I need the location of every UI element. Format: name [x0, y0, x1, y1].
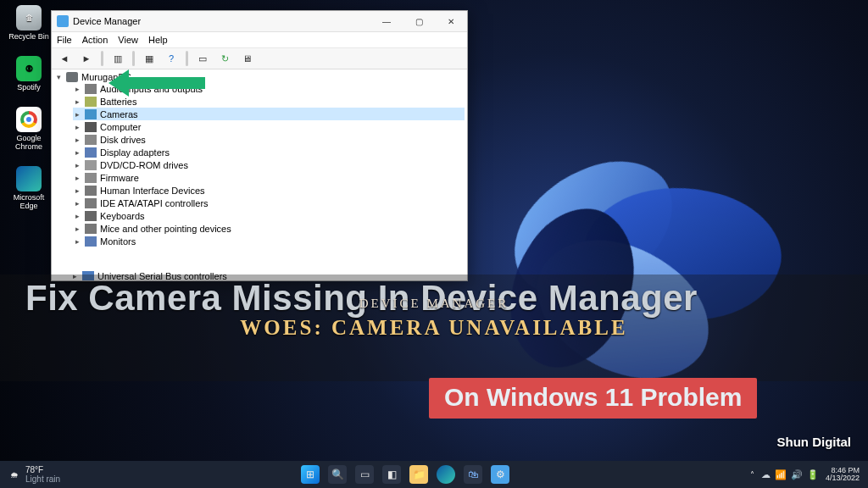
- taskbar-right: ˄ ☁ 📶 🔊 🔋 8:46 PM 4/13/2022: [750, 467, 868, 483]
- edge-button[interactable]: [437, 465, 455, 484]
- center-caption: DEVICE MANAGER WOES: CAMERA UNAVAILABLE: [0, 297, 868, 340]
- menu-view[interactable]: View: [118, 35, 138, 45]
- store-button[interactable]: 🛍: [464, 465, 482, 484]
- network-icon[interactable]: 📶: [775, 469, 787, 480]
- tree-item-mouse[interactable]: ▸Mice and other pointing devices: [73, 222, 465, 235]
- volume-icon[interactable]: 🔊: [791, 469, 803, 480]
- dvd-icon: [85, 160, 97, 170]
- widgets-button[interactable]: ◧: [382, 465, 401, 484]
- tree-item-fw[interactable]: ▸Firmware: [73, 171, 465, 184]
- tree-item-kb[interactable]: ▸Keyboards: [73, 209, 465, 222]
- tree-item-disk[interactable]: ▸Disk drives: [73, 133, 465, 146]
- expand-icon[interactable]: ▸: [73, 161, 81, 169]
- tree-item-comp[interactable]: ▸Computer: [73, 120, 465, 133]
- tree-item-bat[interactable]: ▸Batteries: [73, 95, 465, 108]
- caption-redbox: On Windows 11 Problem: [429, 378, 757, 419]
- nav-forward-button[interactable]: ►: [77, 50, 96, 67]
- disp-icon: [85, 147, 97, 158]
- tree-item-label: Audio inputs and outputs: [100, 84, 203, 94]
- menu-action[interactable]: Action: [82, 35, 108, 45]
- desktop-icon-chrome[interactable]: Google Chrome: [7, 107, 51, 151]
- expand-icon[interactable]: ▸: [73, 199, 81, 208]
- tree-item-label: Cameras: [100, 109, 138, 119]
- system-tray[interactable]: ☁ 📶 🔊 🔋: [761, 469, 819, 480]
- menubar: File Action View Help: [52, 32, 467, 48]
- expand-icon[interactable]: ▸: [73, 97, 81, 106]
- disk-icon: [85, 135, 97, 145]
- center-caption-line-1: DEVICE MANAGER: [0, 297, 868, 311]
- icon-label: Google Chrome: [7, 134, 51, 151]
- tree-item-cam[interactable]: ▸Cameras: [73, 108, 465, 120]
- desktop-icon-spotify[interactable]: ⦿ Spotify: [7, 56, 51, 92]
- expand-icon[interactable]: ▸: [73, 136, 81, 144]
- refresh-button[interactable]: ↻: [215, 50, 234, 67]
- menu-file[interactable]: File: [57, 35, 72, 45]
- tree-item-mon[interactable]: ▸Monitors: [73, 235, 465, 247]
- tree-item-disp[interactable]: ▸Display adapters: [73, 146, 465, 158]
- close-button[interactable]: ✕: [435, 11, 467, 31]
- tree-item-label: DVD/CD-ROM drives: [100, 160, 188, 170]
- chrome-icon: [16, 107, 42, 132]
- minimize-button[interactable]: —: [370, 11, 403, 31]
- tray-overflow-button[interactable]: ˄: [750, 470, 754, 480]
- tree-item-dvd[interactable]: ▸DVD/CD-ROM drives: [73, 158, 465, 171]
- maximize-button[interactable]: ▢: [403, 11, 435, 31]
- taskbar-weather[interactable]: 🌧 78°F Light rain: [0, 465, 60, 484]
- expand-icon[interactable]: ▸: [73, 110, 81, 119]
- tree-item-ide[interactable]: ▸IDE ATA/ATAPI controllers: [73, 197, 465, 209]
- expand-icon[interactable]: ▸: [73, 148, 81, 157]
- view-button[interactable]: 🖥: [237, 50, 256, 67]
- nav-back-button[interactable]: ◄: [55, 50, 74, 67]
- menu-help[interactable]: Help: [148, 35, 168, 45]
- clock[interactable]: 8:46 PM 4/13/2022: [826, 467, 860, 483]
- collapse-icon[interactable]: ▾: [54, 73, 63, 81]
- toolbar: ◄ ► ▥ ▦ ? ▭ ↻ 🖥: [52, 48, 467, 69]
- watermark: Shun Digital: [777, 435, 852, 449]
- app-icon: [57, 15, 69, 27]
- comp-icon: [85, 122, 97, 132]
- file-explorer-button[interactable]: 📁: [409, 465, 428, 484]
- task-view-button[interactable]: ▭: [355, 465, 374, 484]
- tree-item-label: Mice and other pointing devices: [100, 224, 231, 234]
- audio-icon: [85, 84, 97, 94]
- properties-button[interactable]: ▦: [140, 50, 159, 67]
- weather-temp: 78°F: [25, 465, 60, 474]
- expand-icon[interactable]: ▸: [73, 174, 81, 182]
- weather-icon: 🌧: [8, 470, 20, 480]
- show-hide-tree-button[interactable]: ▥: [108, 50, 127, 67]
- mon-icon: [85, 236, 97, 247]
- expand-icon[interactable]: ▸: [73, 237, 81, 246]
- search-button[interactable]: 🔍: [328, 465, 347, 484]
- battery-icon[interactable]: 🔋: [807, 469, 819, 480]
- desktop: 🗑 Recycle Bin ⦿ Spotify Google Chrome Mi…: [0, 0, 868, 488]
- start-button[interactable]: ⊞: [301, 465, 320, 484]
- kb-icon: [85, 211, 97, 221]
- tree-item-label: Batteries: [100, 97, 136, 107]
- tree-item-hid[interactable]: ▸Human Interface Devices: [73, 184, 465, 197]
- expand-icon[interactable]: ▸: [73, 85, 81, 93]
- tree-item-label: Monitors: [100, 236, 136, 247]
- expand-icon[interactable]: ▸: [73, 186, 81, 195]
- expand-icon[interactable]: ▸: [73, 123, 81, 131]
- icon-label: Recycle Bin: [8, 32, 49, 41]
- toolbar-separator: [132, 51, 135, 66]
- tree-root-label: MuruganPC: [81, 72, 131, 82]
- desktop-icon-recycle-bin[interactable]: 🗑 Recycle Bin: [7, 5, 51, 41]
- help-button[interactable]: ?: [162, 50, 181, 67]
- onedrive-icon[interactable]: ☁: [761, 469, 771, 480]
- window-title: Device Manager: [73, 16, 370, 26]
- device-tree[interactable]: ▾ MuruganPC ▸Audio inputs and outputs▸Ba…: [52, 69, 467, 280]
- edge-icon: [16, 166, 42, 191]
- scan-hardware-button[interactable]: ▭: [193, 50, 212, 67]
- tree-item-label: Display adapters: [100, 147, 170, 158]
- expand-icon[interactable]: ▸: [73, 225, 81, 233]
- desktop-icon-edge[interactable]: Microsoft Edge: [7, 166, 51, 210]
- fw-icon: [85, 173, 97, 183]
- expand-icon[interactable]: ▸: [73, 212, 81, 220]
- icon-label: Spotify: [17, 83, 41, 92]
- titlebar[interactable]: Device Manager — ▢ ✕: [52, 11, 467, 32]
- center-caption-line-2: WOES: CAMERA UNAVAILABLE: [0, 316, 868, 340]
- tree-item-audio[interactable]: ▸Audio inputs and outputs: [73, 82, 465, 95]
- spotify-icon: ⦿: [16, 56, 42, 81]
- device-manager-taskbar-button[interactable]: ⚙: [491, 465, 509, 484]
